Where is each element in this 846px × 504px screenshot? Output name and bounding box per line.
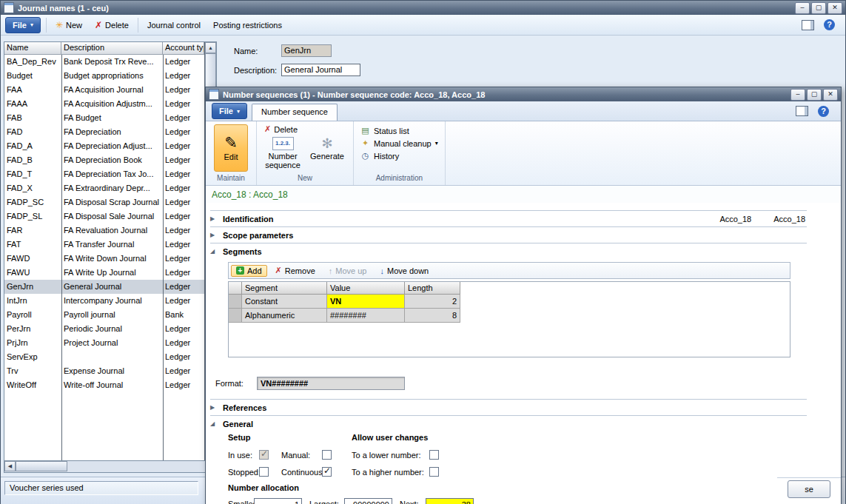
minimize-button[interactable]: – [795, 2, 810, 14]
name-field[interactable]: GenJrn [281, 44, 332, 57]
table-row[interactable]: FADP_SL FA Disposal Sale Journal Ledger [4, 209, 204, 224]
next-field[interactable]: 38 [426, 498, 474, 504]
move-down-button[interactable]: ↓ Move down [375, 265, 434, 277]
help-icon[interactable]: ? [818, 106, 829, 117]
description-field[interactable]: General Journal [281, 64, 360, 76]
delete-button[interactable]: ✗ Delete [91, 19, 132, 32]
section-scope-parameters[interactable]: ▶ Scope parameters [210, 226, 807, 243]
status-list-button[interactable]: ▤ Status list [357, 125, 412, 136]
edit-button[interactable]: ✎ Edit [214, 124, 248, 172]
generate-button[interactable]: ✻ Generate [305, 135, 349, 169]
largest-field[interactable]: 99999999 [344, 498, 392, 504]
window-icon [209, 89, 219, 100]
table-row[interactable]: FAAA FA Acquisition Adjustm... Ledger [4, 97, 204, 111]
file-menu-button[interactable]: File ▾ [5, 17, 41, 33]
table-row[interactable]: FADP_SC FA Disposal Scrap Journal Ledger [4, 195, 204, 209]
horizontal-scrollbar[interactable]: ◀ ▶ [4, 461, 217, 473]
close-button[interactable]: se [788, 480, 830, 498]
pencil-icon: ✎ [224, 135, 238, 151]
remove-button[interactable]: ✗ Remove [270, 264, 320, 277]
table-row[interactable]: WriteOff Write-off Journal Ledger [4, 378, 204, 392]
cell-name: FAWU [4, 266, 61, 280]
in-use-checkbox[interactable] [259, 450, 269, 460]
table-row[interactable]: Constant VN 2 [229, 295, 790, 309]
cell-account-type: Ledger [163, 111, 204, 125]
table-row[interactable]: Payroll Payroll journal Bank [4, 308, 204, 322]
table-row[interactable]: FAR FA Revaluation Journal Ledger [4, 224, 204, 238]
table-row[interactable]: FAWD FA Write Down Journal Ledger [4, 252, 204, 266]
column-header-value[interactable]: Value [327, 282, 405, 295]
cell-name: WriteOff [4, 378, 61, 392]
section-segments[interactable]: ◢ Segments [210, 243, 807, 259]
history-button[interactable]: ◷ History [357, 150, 402, 161]
journal-grid-body: BA_Dep_Rev Bank Deposit Trx Reve... Ledg… [4, 55, 204, 460]
format-field[interactable]: VN######## [257, 377, 405, 390]
manual-checkbox[interactable] [322, 450, 332, 460]
table-row[interactable]: PerJrn Periodic Journal Ledger [4, 322, 204, 336]
posting-restrictions-button[interactable]: Posting restrictions [209, 19, 286, 31]
journal-titlebar[interactable]: Journal names (1 - ceu) – ▢ ✕ [1, 1, 845, 15]
table-row[interactable]: FAD_X FA Extraordinary Depr... Ledger [4, 181, 204, 195]
to-higher-label: To a higher number: [352, 468, 424, 477]
table-row[interactable]: FAWU FA Write Up Journal Ledger [4, 266, 204, 280]
journal-control-button[interactable]: Journal control [144, 19, 204, 31]
scroll-up-icon[interactable]: ▲ [205, 42, 216, 53]
table-row[interactable]: FAA FA Acquisition Journal Ledger [4, 83, 204, 97]
description-label: Description: [234, 66, 281, 75]
maximize-button[interactable]: ▢ [811, 2, 826, 14]
table-row[interactable]: Budget Budget appropriations Ledger [4, 69, 204, 83]
to-lower-checkbox[interactable] [429, 450, 439, 460]
column-header-length[interactable]: Length [405, 282, 460, 295]
table-row[interactable]: FAB FA Budget Ledger [4, 111, 204, 125]
table-row[interactable]: FAD_A FA Depreciation Adjust... Ledger [4, 139, 204, 153]
table-row[interactable]: ServExp Ledger [4, 350, 204, 364]
move-up-button[interactable]: ↑ Move up [323, 265, 372, 277]
number-sequence-button[interactable]: 1.2.3. Number sequence [261, 135, 305, 169]
smallest-field[interactable]: 1 [254, 498, 302, 504]
column-header-segment[interactable]: Segment [242, 282, 327, 295]
section-references[interactable]: ▶ References [210, 399, 807, 415]
column-header-name[interactable]: Name [4, 42, 61, 55]
table-row[interactable]: BA_Dep_Rev Bank Deposit Trx Reve... Ledg… [4, 55, 204, 69]
scrollbar-thumb[interactable] [16, 461, 67, 471]
cell-account-type: Ledger [163, 252, 204, 266]
to-higher-checkbox[interactable] [429, 467, 439, 477]
tab-number-sequence[interactable]: Number sequence [252, 104, 338, 121]
table-row[interactable]: FAD_B FA Depreciation Book Ledger [4, 153, 204, 167]
add-button[interactable]: + Add [231, 265, 267, 277]
file-menu-button[interactable]: File ▾ [212, 103, 247, 119]
table-row[interactable]: Alphanumeric ######## 8 [229, 309, 790, 323]
table-row[interactable]: Trv Expense Journal Ledger [4, 364, 204, 378]
column-header-account-type[interactable]: Account type [163, 42, 204, 55]
table-row[interactable]: IntJrn Intercompany Journal Ledger [4, 294, 204, 308]
delete-button[interactable]: ✗ Delete [261, 123, 301, 135]
table-row[interactable]: FAT FA Transfer Journal Ledger [4, 238, 204, 252]
cell-account-type: Ledger [163, 364, 204, 378]
minimize-button[interactable]: – [790, 89, 805, 101]
table-row[interactable]: FAD_T FA Depreciation Tax Jo... Ledger [4, 167, 204, 181]
maximize-button[interactable]: ▢ [807, 89, 822, 101]
screen: Journal names (1 - ceu) – ▢ ✕ File ▾ ✳ N… [0, 0, 846, 504]
dialog-titlebar[interactable]: Number sequences (1) - Number sequence c… [206, 87, 841, 101]
scroll-left-icon[interactable]: ◀ [4, 461, 16, 471]
table-row[interactable]: GenJrn General Journal Ledger [4, 280, 204, 294]
new-button[interactable]: ✳ New [52, 19, 86, 32]
cell-account-type: Ledger [163, 69, 204, 83]
table-row[interactable]: FAD FA Depreciation Ledger [4, 125, 204, 139]
close-window-button[interactable]: ✕ [823, 89, 838, 101]
stopped-checkbox[interactable] [259, 467, 269, 477]
continuous-checkbox[interactable] [322, 467, 332, 477]
section-identification[interactable]: ▶ Identification Acco_18 Acco_18 [210, 210, 807, 226]
close-window-button[interactable]: ✕ [827, 2, 842, 14]
layout-icon[interactable] [796, 106, 808, 116]
layout-icon[interactable] [802, 20, 814, 30]
cell-description: FA Depreciation Adjust... [61, 139, 163, 153]
cell-description: FA Write Up Journal [61, 266, 163, 280]
manual-cleanup-button[interactable]: ✦ Manual cleanup ▾ [357, 138, 441, 149]
table-row[interactable]: PrjJrn Project Journal Ledger [4, 336, 204, 350]
number-sequences-window: Number sequences (1) - Number sequence c… [205, 87, 842, 504]
cell-name: GenJrn [4, 280, 61, 294]
section-general[interactable]: ◢ General [210, 415, 807, 431]
help-icon[interactable]: ? [824, 19, 835, 30]
column-header-description[interactable]: Description [61, 42, 163, 55]
